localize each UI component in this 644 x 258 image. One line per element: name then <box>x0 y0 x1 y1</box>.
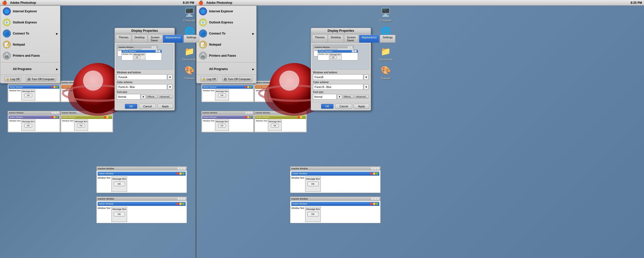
start-menu-printers-right[interactable]: 🖨️ Printers and Faxes <box>196 50 256 61</box>
tab-screensaver-right[interactable]: Screen Saver <box>344 35 358 43</box>
msgbox-label-1: Message Box <box>22 90 34 92</box>
font-size-select-left[interactable]: Normal <box>117 94 140 100</box>
start-menu-outlook-right[interactable]: 📧 Outlook Express <box>196 17 256 28</box>
advanced-btn-left[interactable]: Advanced... <box>158 95 173 99</box>
start-menu-bottom-right: 🔓 Log Off ⏻ Turn Off Computer <box>196 75 256 83</box>
tab-desktop-left[interactable]: Desktop <box>132 35 147 43</box>
tab-settings-right[interactable]: Settings <box>380 35 395 43</box>
tab-appearance-left[interactable]: Appearance <box>163 35 183 43</box>
ok-btn-1[interactable]: OK <box>24 93 32 97</box>
apply-dialog-btn-right[interactable]: Apply <box>354 104 369 109</box>
menu-item-photoshop[interactable]: Adobe Photoshop <box>10 1 36 5</box>
dialog-controls-left: Windows and buttons: iTunesA ▼ Color sch… <box>115 71 175 102</box>
notepad-label-right: Notepad <box>209 43 221 46</box>
start-menu-item-ie[interactable]: 🌐 Internet Explorer <box>0 6 60 17</box>
tab-screensaver-left[interactable]: Screen Saver <box>148 35 162 43</box>
ok-btn-r3[interactable]: OK <box>218 124 226 127</box>
cancel-dialog-btn-left[interactable]: Cancel <box>139 104 156 109</box>
preview-ok2-right[interactable]: OK <box>330 56 337 59</box>
start-menu-ie-right[interactable]: 🌐 Internet Explorer <box>196 6 256 17</box>
menu-item-photoshop-right[interactable]: Adobe Photoshop <box>206 1 232 5</box>
apply-dialog-btn-left[interactable]: Apply <box>157 104 173 109</box>
start-menu-item-printers[interactable]: 🖨️ Printers and Faxes <box>0 50 60 61</box>
computer-label-right: Computer <box>380 19 392 22</box>
start-menu-notepad-right[interactable]: 📝 Notepad <box>196 39 256 50</box>
dialog-controls-right: Windows and buttons: iTunesB ▼ Color sch… <box>311 71 371 102</box>
preview-ok2-left[interactable]: OK <box>134 56 140 59</box>
logoff-btn-right[interactable]: 🔓 Log Off <box>200 76 218 82</box>
active-label-2: Active Window <box>62 86 75 88</box>
ok-btn-3[interactable]: OK <box>24 124 32 127</box>
font-size-dropdown-right[interactable]: ▼ <box>337 95 342 99</box>
large-preview-right-1: Inactive Window ⬜⬜⬜ Active Window 🔴🟡🟢 Wi… <box>290 166 381 193</box>
large-ok-right-2[interactable]: OK <box>307 212 319 216</box>
windows-buttons-select-row-right: iTunesB ▼ <box>313 74 369 80</box>
color-scheme-select-left[interactable]: iTunes A - Blue <box>117 84 167 90</box>
desktop-icon-themes-right[interactable]: 🎨 Themes <box>377 64 394 80</box>
start-menu-item-outlook[interactable]: 📧 Outlook Express <box>0 17 60 28</box>
large-body-left-1: Window Text Message Box OK <box>98 177 186 192</box>
notepad-label: Notepad <box>13 43 25 46</box>
ok-btn-r2[interactable]: OK <box>271 93 279 97</box>
ok-btn-4[interactable]: OK <box>77 124 85 127</box>
windows-buttons-select-left[interactable]: iTunesA <box>117 74 167 80</box>
tab-desktop-right[interactable]: Desktop <box>328 35 344 43</box>
color-scheme-section-left: Color scheme: iTunes A - Blue ▼ <box>117 81 173 90</box>
color-scheme-select-right[interactable]: iTunes B - Blue <box>313 84 363 90</box>
documents-icon-left: 📁 <box>183 45 195 57</box>
active-label-3: Active Window <box>10 116 23 118</box>
notepad-icon-right: 📝 <box>199 41 207 49</box>
preview-content-2: Active Window 🔴🟡🟢 Window Text Message Bo… <box>61 84 113 102</box>
desktop-icon-computer-right[interactable]: 🖥️ Computer <box>377 6 394 22</box>
apple-logo-right[interactable]: 🍎 <box>198 0 203 5</box>
turnoff-btn-right[interactable]: ⏻ Turn Off Computer <box>222 76 252 82</box>
tab-appearance-right[interactable]: Appearance <box>359 35 379 43</box>
preview-inactive-bar-r3: Inactive Window ⬜⬜⬜ <box>202 111 254 115</box>
start-menu-right: 🌐 Internet Explorer 📧 Outlook Express 🔵 … <box>196 6 257 83</box>
windows-buttons-dropdown-left[interactable]: ▼ <box>168 74 173 80</box>
effects-btn-left[interactable]: Effects... <box>146 95 158 99</box>
start-menu-item-notepad[interactable]: 📝 Notepad <box>0 39 60 50</box>
large-active-bar-right-2: Active Window 🔴🟡🟢 <box>291 202 379 206</box>
cancel-dialog-btn-right[interactable]: Cancel <box>335 104 352 109</box>
windows-buttons-select-right[interactable]: iTunesB <box>313 74 363 80</box>
apple-logo[interactable]: 🍎 <box>2 0 7 5</box>
tab-themes-right[interactable]: Themes <box>312 35 328 43</box>
preview-active-left: Active Window ⬜⬜ Window Text Message Box… <box>122 50 162 60</box>
ok-btn-r1[interactable]: OK <box>218 93 226 97</box>
color-scheme-dropdown-left[interactable]: ▼ <box>168 84 173 90</box>
advanced-btn-right[interactable]: Advanced... <box>354 95 369 99</box>
desktop-icon-documents-right[interactable]: 📁 Documents <box>377 45 394 61</box>
large-ok-left-1[interactable]: OK <box>114 182 125 186</box>
preview-window-4: Inactive Window ⬜⬜⬜ Active Window 🔴🟡🟢 Wi… <box>60 111 113 133</box>
font-size-dropdown-left[interactable]: ▼ <box>141 95 146 99</box>
ie-label-right: Internet Explorer <box>209 10 233 13</box>
color-scheme-dropdown-right[interactable]: ▼ <box>364 84 369 90</box>
turnoff-btn[interactable]: ⏻ Turn Off Computer <box>26 76 56 82</box>
window-text-1: Window Text <box>9 89 21 101</box>
start-menu-allprograms-right[interactable]: All Programs ▶ <box>196 63 256 75</box>
start-menu-item-connect[interactable]: 🔵 Connect To ▶ <box>0 28 60 39</box>
ok-btn-r4[interactable]: OK <box>271 124 279 127</box>
large-ok-left-2[interactable]: OK <box>114 212 125 216</box>
ok-dialog-btn-right[interactable]: OK <box>321 104 334 109</box>
tab-settings-left[interactable]: Settings <box>184 35 199 43</box>
start-menu-divider-right <box>196 62 256 62</box>
large-content-right-1: Active Window 🔴🟡🟢 Window Text Message Bo… <box>290 171 380 193</box>
preview-inactive-bar-2: Inactive Window ⬜⬜⬜ <box>61 81 113 84</box>
font-size-select-right[interactable]: Normal <box>313 94 337 100</box>
effects-btn-right[interactable]: Effects... <box>343 95 354 99</box>
start-menu-connect-right[interactable]: 🔵 Connect To ▶ <box>196 28 256 39</box>
preview-inactive-bar-r4: Inactive Window ⬜⬜⬜ <box>254 111 307 115</box>
allprograms-icon <box>3 65 11 73</box>
logoff-btn[interactable]: 🔓 Log Off <box>4 76 21 82</box>
large-msgbox-left-2: Message Box OK <box>111 207 127 222</box>
logoff-icon-right: 🔓 <box>202 77 206 81</box>
start-menu-item-allprograms[interactable]: All Programs ▶ <box>0 63 60 75</box>
large-ok-right-1[interactable]: OK <box>307 182 319 186</box>
tab-themes-left[interactable]: Themes <box>116 35 131 43</box>
windows-buttons-dropdown-right[interactable]: ▼ <box>364 74 369 80</box>
ok-dialog-btn-left[interactable]: OK <box>125 104 137 109</box>
preview-active-bar-r4: Active Window 🔴🟡🟢 <box>255 115 306 119</box>
ok-btn-2[interactable]: OK <box>77 93 85 97</box>
